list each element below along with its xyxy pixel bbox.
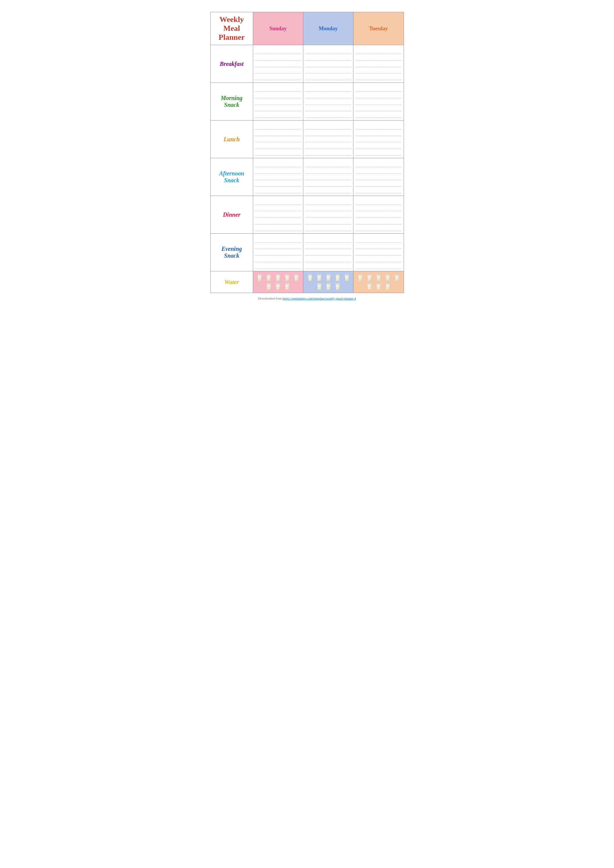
line: [355, 129, 402, 136]
line: [305, 198, 351, 205]
line: [255, 92, 301, 98]
breakfast-label: Breakfast: [220, 61, 243, 67]
dinner-row: Dinner: [211, 196, 403, 234]
evening-snack-label: EveningSnack: [222, 245, 242, 259]
line: [355, 198, 402, 205]
lunch-sunday-cell[interactable]: [253, 121, 303, 158]
line: [305, 98, 351, 105]
breakfast-monday-cell[interactable]: [303, 45, 353, 83]
morning-snack-label: MorningSnack: [221, 95, 242, 108]
line: [255, 74, 301, 80]
evening-snack-label-cell: EveningSnack: [211, 234, 253, 271]
glass-icon: 🥛: [365, 274, 373, 281]
afternoon-snack-label: AfternoonSnack: [219, 170, 244, 183]
morning-snack-sunday-cell[interactable]: [253, 83, 303, 121]
line: [355, 105, 402, 111]
water-label: Water: [224, 279, 239, 285]
breakfast-tuesday-lines: [355, 48, 402, 80]
evening-snack-tuesday-cell[interactable]: [354, 234, 403, 271]
line: [305, 74, 351, 80]
breakfast-sunday-cell[interactable]: [253, 45, 303, 83]
glass-icon: 🥛: [384, 274, 392, 281]
glass-icon: 🥛: [265, 283, 273, 290]
glass-icon: 🥛: [283, 274, 291, 281]
line: [355, 98, 402, 105]
line: [255, 98, 301, 105]
water-sunday-glasses: 🥛 🥛 🥛 🥛 🥛 🥛 🥛 🥛: [255, 274, 301, 290]
evening-snack-monday-cell[interactable]: [303, 234, 353, 271]
glass-icon: 🥛: [265, 274, 273, 281]
lunch-monday-lines: [305, 123, 351, 155]
line: [255, 218, 301, 224]
line: [355, 249, 402, 256]
morning-snack-tuesday-cell[interactable]: [354, 83, 403, 121]
breakfast-sunday-lines: [255, 48, 301, 80]
line: [305, 54, 351, 61]
line: [355, 205, 402, 211]
line: [255, 161, 301, 167]
dinner-tuesday-cell[interactable]: [354, 196, 403, 234]
water-tuesday-glasses: 🥛 🥛 🥛 🥛 🥛 🥛 🥛 🥛: [355, 274, 402, 290]
lunch-label-cell: Lunch: [211, 121, 253, 158]
line: [355, 174, 402, 180]
afternoon-snack-sunday-cell[interactable]: [253, 158, 303, 196]
line: [255, 105, 301, 111]
water-monday-glasses: 🥛 🥛 🥛 🥛 🥛 🥛 🥛 🥛: [305, 274, 351, 290]
monday-label: Monday: [319, 26, 338, 31]
water-sunday-cell[interactable]: 🥛 🥛 🥛 🥛 🥛 🥛 🥛 🥛: [253, 271, 303, 293]
line: [355, 187, 402, 193]
breakfast-monday-lines: [305, 48, 351, 80]
line: [305, 236, 351, 242]
evening-snack-monday-lines: [305, 236, 351, 269]
line: [305, 187, 351, 193]
water-tuesday-cell[interactable]: 🥛 🥛 🥛 🥛 🥛 🥛 🥛 🥛: [354, 271, 403, 293]
glass-icon: 🥛: [333, 274, 341, 281]
glass-icon: 🥛: [384, 283, 392, 290]
dinner-label-cell: Dinner: [211, 196, 253, 234]
line: [355, 67, 402, 74]
line: [305, 85, 351, 92]
line: [355, 236, 402, 242]
afternoon-snack-monday-cell[interactable]: [303, 158, 353, 196]
line: [255, 48, 301, 54]
line: [255, 167, 301, 174]
water-label-cell: Water: [211, 271, 253, 293]
glass-icon: 🥛: [256, 274, 264, 281]
afternoon-snack-monday-lines: [305, 161, 351, 193]
footer-link[interactable]: https://onplanners.com/template/weekly-m…: [283, 297, 356, 300]
lunch-tuesday-cell[interactable]: [354, 121, 403, 158]
line: [255, 129, 301, 136]
breakfast-label-cell: Breakfast: [211, 45, 253, 83]
line: [255, 198, 301, 205]
lunch-tuesday-lines: [355, 123, 402, 155]
line: [305, 161, 351, 167]
glass-icon: 🥛: [324, 274, 332, 281]
line: [355, 136, 402, 143]
line: [255, 256, 301, 262]
line: [355, 85, 402, 92]
glass-icon: 🥛: [356, 274, 364, 281]
footer-text: Downloaded from: [258, 297, 283, 300]
dinner-sunday-cell[interactable]: [253, 196, 303, 234]
dinner-monday-cell[interactable]: [303, 196, 353, 234]
line: [255, 136, 301, 143]
morning-snack-row: MorningSnack: [211, 83, 403, 121]
afternoon-snack-tuesday-cell[interactable]: [354, 158, 403, 196]
line: [305, 242, 351, 249]
lunch-monday-cell[interactable]: [303, 121, 353, 158]
line: [305, 92, 351, 98]
line: [255, 236, 301, 242]
dinner-label: Dinner: [223, 211, 240, 218]
evening-snack-row: EveningSnack: [211, 234, 403, 271]
glass-icon: 🥛: [375, 283, 383, 290]
morning-snack-monday-cell[interactable]: [303, 83, 353, 121]
breakfast-tuesday-cell[interactable]: [354, 45, 403, 83]
evening-snack-sunday-cell[interactable]: [253, 234, 303, 271]
line: [355, 262, 402, 269]
glass-icon: 🥛: [306, 274, 314, 281]
line: [305, 174, 351, 180]
water-monday-cell[interactable]: 🥛 🥛 🥛 🥛 🥛 🥛 🥛 🥛: [303, 271, 353, 293]
line: [305, 129, 351, 136]
glass-icon: 🥛: [343, 274, 351, 281]
water-row: Water 🥛 🥛 🥛 🥛 🥛 🥛 🥛 🥛: [211, 271, 403, 293]
